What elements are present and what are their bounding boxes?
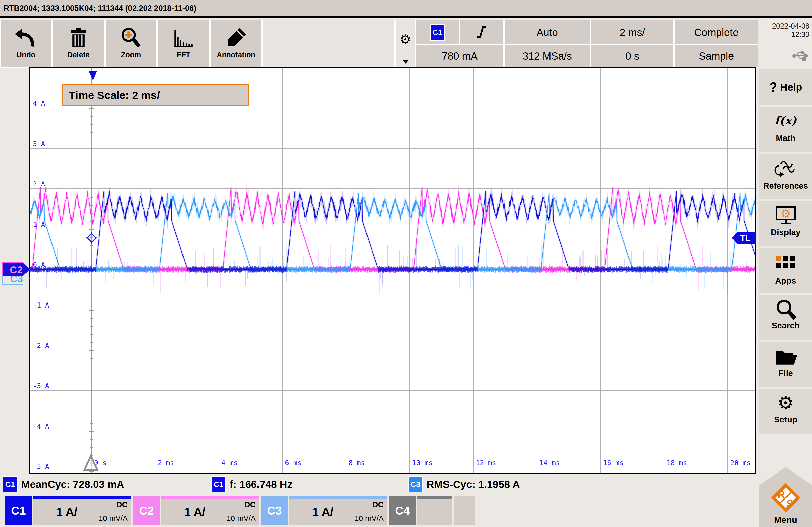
measurement-3-value: RMS-Cyc: 1.1958 A (426, 479, 520, 491)
measurement-2[interactable]: C1 f: 166.748 Hz (211, 476, 292, 493)
acq-mode-cell[interactable]: Sample (675, 45, 758, 67)
channel-c3-coupling: DC (372, 500, 384, 509)
fft-button[interactable]: FFT (158, 20, 209, 67)
zoom-label: Zoom (105, 51, 157, 59)
annotation-label: Annotation (211, 51, 261, 59)
measurement-2-source-badge: C1 (211, 476, 226, 493)
channel-c4-settings[interactable] (417, 497, 452, 525)
date-text: 2022-04-08 (762, 22, 810, 30)
time-scale-cell[interactable]: 2 ms/ (591, 20, 673, 44)
zoom-icon (120, 27, 142, 49)
time-scale-tooltip: Time Scale: 2 ms/ (62, 84, 249, 106)
trigger-slope-cell[interactable] (460, 20, 503, 44)
time-text: 12:30 (762, 30, 810, 39)
channel-bar-spacer (454, 497, 475, 525)
sample-rate-value: 312 MSa/s (522, 50, 572, 62)
measurement-3[interactable]: C3 RMS-Cyc: 1.1958 A (408, 476, 520, 493)
folder-icon (774, 347, 797, 366)
x-axis-label: 4 ms (221, 459, 238, 467)
menu-label: Menu (759, 515, 812, 525)
acq-mode-value: Sample (699, 50, 734, 62)
channel-c2-probe: 10 mV/A (227, 514, 256, 523)
trigger-level-value: 780 mA (442, 50, 477, 62)
time-reference-marker (83, 454, 99, 473)
measurement-1-value: MeanCyc: 728.03 mA (21, 479, 124, 491)
x-axis-label: 18 ms (667, 459, 687, 467)
delete-button[interactable]: Delete (53, 20, 104, 67)
channel-c3-badge[interactable]: C3 (261, 497, 288, 525)
menu-button[interactable]: RS Menu (759, 467, 812, 527)
device-id-text: RTB2004; 1333.1005K04; 111344 (02.202 20… (3, 4, 197, 13)
channel-c1-settings[interactable]: 1 A/ DC 10 mV/A (33, 497, 131, 525)
y-axis-label: 1 A (33, 220, 45, 228)
channel-c3-settings[interactable]: 1 A/ DC 10 mV/A (289, 497, 387, 525)
x-axis-label: 6 ms (285, 459, 301, 467)
fft-label: FFT (158, 51, 209, 59)
references-label: References (759, 181, 812, 191)
waveform-canvas[interactable] (30, 68, 755, 473)
undo-icon (15, 27, 37, 49)
sidebar-item-setup[interactable]: ⚙ Setup (759, 389, 812, 434)
channel-c1-probe: 10 mV/A (99, 514, 128, 523)
apps-label: Apps (759, 276, 812, 286)
gear-icon: ⚙ (396, 20, 415, 58)
x-axis-label: 20 ms (730, 459, 751, 467)
x-axis-label: 10 ms (412, 459, 433, 467)
annotation-button[interactable]: Annotation (211, 20, 261, 67)
help-label: Help (780, 82, 802, 93)
apps-grid-icon (775, 255, 796, 269)
measurement-1[interactable]: C1 MeanCyc: 728.03 mA (2, 476, 124, 493)
channel-c2-coupling: DC (244, 500, 256, 509)
y-axis-label: -2 A (33, 341, 49, 349)
waveform-graticule: 4 A3 A2 A1 A0 A-1 A-2 A-3 A-4 A-5 A0 s2 … (29, 67, 756, 474)
zoom-button[interactable]: Zoom (105, 20, 157, 67)
sidebar-item-help[interactable]: ? Help (759, 69, 812, 105)
y-axis-label: 4 A (33, 99, 45, 107)
horizontal-position-value: 0 s (625, 50, 639, 62)
acq-state-cell[interactable]: Complete (675, 20, 758, 44)
channel-c2-settings[interactable]: 1 A/ DC 10 mV/A (161, 497, 259, 525)
channel-bar: C1 1 A/ DC 10 mV/A C2 1 A/ DC 10 mV/A C3… (0, 496, 758, 527)
sidebar-item-references[interactable]: References (759, 154, 812, 199)
x-axis-label: 8 ms (349, 459, 365, 467)
channel-c4-badge[interactable]: C4 (389, 497, 416, 525)
x-axis-label: 12 ms (476, 459, 496, 467)
tooltip-text: Time Scale: 2 ms/ (69, 89, 160, 101)
rising-edge-icon (475, 25, 489, 39)
channel-c1-badge[interactable]: C1 (5, 497, 32, 525)
sidebar-item-display[interactable]: ⚙ Display (759, 201, 812, 246)
x-axis-label: 14 ms (539, 459, 560, 467)
trigger-mode-cell[interactable]: Auto (505, 20, 590, 44)
references-icon (774, 158, 797, 179)
oscilloscope-screen: RTB2004; 1333.1005K04; 111344 (02.202 20… (0, 0, 812, 527)
rohde-schwarz-logo: RS (769, 481, 802, 514)
y-axis-label: 0 A (33, 261, 45, 269)
sidebar-item-apps[interactable]: Apps (759, 248, 812, 293)
y-axis-label: 2 A (33, 180, 45, 188)
sidebar-item-file[interactable]: File (759, 341, 812, 387)
pencil-icon (225, 27, 247, 49)
svg-text:S: S (786, 498, 793, 509)
trigger-mode-value: Auto (537, 27, 558, 38)
trigger-position-marker[interactable] (89, 71, 97, 80)
time-scale-value: 2 ms/ (620, 27, 645, 38)
y-axis-label: -3 A (33, 382, 49, 390)
setup-label: Setup (759, 415, 812, 424)
title-bar: RTB2004; 1333.1005K04; 111344 (02.202 20… (0, 0, 812, 18)
search-icon (775, 299, 796, 320)
x-axis-label: 2 ms (158, 459, 174, 467)
undo-button[interactable]: Undo (0, 20, 52, 67)
sample-rate-cell[interactable]: 312 MSa/s (505, 45, 590, 67)
math-label: Math (759, 133, 812, 143)
search-label: Search (759, 321, 812, 331)
trigger-level-cell[interactable]: 780 mA (416, 45, 503, 67)
trigger-source-cell[interactable]: C1 (416, 20, 459, 44)
settings-gear-panel[interactable]: ⚙ (396, 20, 415, 67)
channel-c1-scale: 1 A/ (33, 505, 100, 519)
sidebar-item-search[interactable]: Search (759, 295, 812, 340)
horizontal-position-cell[interactable]: 0 s (591, 45, 673, 67)
channel-c2-badge[interactable]: C2 (133, 497, 160, 525)
sidebar-item-math[interactable]: f(x) Math (759, 107, 812, 152)
trash-icon (68, 27, 90, 49)
toolbar-spacer (263, 20, 394, 67)
